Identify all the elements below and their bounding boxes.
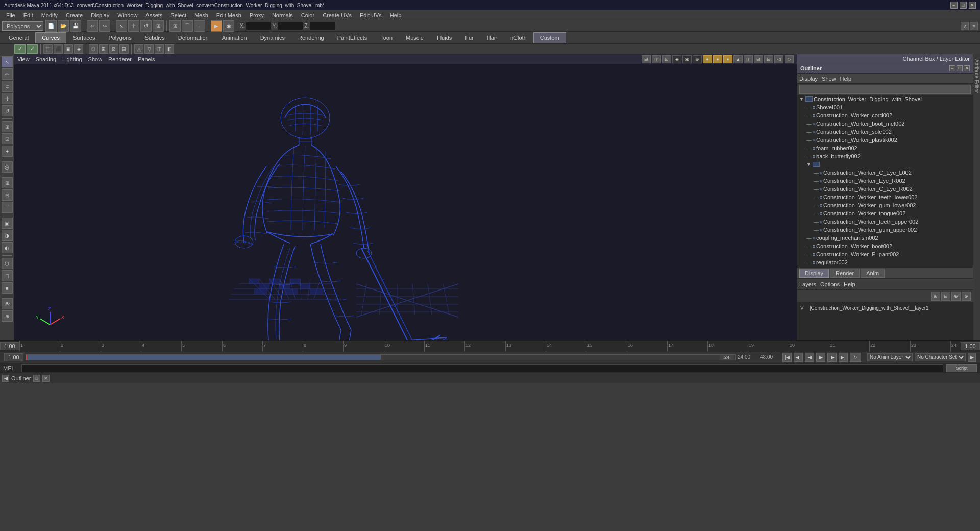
menu-proxy[interactable]: Proxy: [246, 11, 268, 19]
outliner-bottom-btn-2[interactable]: □: [33, 375, 40, 382]
tab-ncloth[interactable]: nCloth: [504, 32, 533, 43]
anim-layer-select[interactable]: No Anim Layer: [867, 353, 913, 361]
new-file-btn[interactable]: 📄: [45, 20, 57, 32]
tb-4[interactable]: ◈: [74, 44, 83, 54]
mode-selector[interactable]: Polygons Animation Rendering Dynamics: [2, 21, 43, 31]
vp-icon-3[interactable]: ⊡: [662, 55, 671, 63]
menu-edit[interactable]: Edit: [19, 11, 37, 19]
step-fwd-btn[interactable]: |▶: [827, 353, 837, 362]
viewport-3d[interactable]: X Y Z: [14, 64, 797, 340]
render-btn[interactable]: ▶: [211, 20, 222, 32]
vp-icon-4[interactable]: ◈: [672, 55, 681, 63]
close-button[interactable]: ✕: [969, 2, 976, 9]
tab-animation[interactable]: Animation: [215, 32, 254, 43]
outliner-minimize[interactable]: –: [949, 65, 955, 71]
go-end-btn[interactable]: ▶|: [839, 353, 848, 362]
tb-7[interactable]: ⊠: [109, 44, 118, 54]
outliner-maximize[interactable]: □: [957, 65, 963, 71]
frame-end-input[interactable]: [961, 342, 980, 350]
paint-tool[interactable]: ✏: [2, 68, 13, 80]
vp-icon-10[interactable]: ▲: [733, 55, 743, 63]
vp-icon-9[interactable]: ●: [723, 55, 732, 63]
vp-lighting[interactable]: Lighting: [62, 56, 82, 62]
tab-curves[interactable]: Curves: [35, 32, 66, 43]
frame-start-input[interactable]: [0, 342, 19, 350]
vp-show[interactable]: Show: [88, 56, 103, 62]
tb-2[interactable]: ⬛: [54, 44, 63, 54]
go-start-btn[interactable]: |◀: [782, 353, 792, 362]
outliner-search-input[interactable]: [799, 85, 971, 94]
script-btn[interactable]: Script: [946, 364, 977, 372]
menu-normals[interactable]: Normals: [268, 11, 297, 19]
select-tool[interactable]: ↖: [2, 56, 13, 67]
snap-grid-btn[interactable]: ⊞: [169, 20, 181, 32]
tree-item[interactable]: —oregulator002: [797, 258, 973, 267]
menu-create-uvs[interactable]: Create UVs: [318, 11, 356, 19]
outliner-menu-display[interactable]: Display: [799, 76, 818, 82]
loop-btn[interactable]: ↻: [850, 353, 861, 362]
layer-menu-layers[interactable]: Layers: [799, 281, 816, 287]
outliner-menu-show[interactable]: Show: [822, 76, 836, 82]
range-display[interactable]: [720, 355, 734, 360]
tree-item[interactable]: —oConstruction_Worker_teeth_lower002: [797, 193, 973, 201]
tab-subdivs[interactable]: Subdivs: [138, 32, 172, 43]
tree-item[interactable]: —oConstruction_Worker_cord002: [797, 111, 973, 119]
tree-item[interactable]: —oConstruction_Worker_boot_met002: [797, 119, 973, 128]
y-coord-input[interactable]: [278, 22, 303, 30]
vp-icon-13[interactable]: ⊟: [764, 55, 773, 63]
tree-item[interactable]: —oConstruction_Worker_C_Eye_R002: [797, 185, 973, 193]
tab-fluids[interactable]: Fluids: [430, 32, 458, 43]
outliner-menu-help[interactable]: Help: [840, 76, 852, 82]
misc-btn[interactable]: ⊕: [2, 310, 13, 322]
char-set-select[interactable]: No Character Set: [915, 353, 966, 361]
rotate-tool-left[interactable]: ↺: [2, 105, 13, 116]
tree-item[interactable]: —oConstruction_Worker_teeth_upper002: [797, 218, 973, 226]
step-back-btn[interactable]: ◀|: [794, 353, 803, 362]
menu-assets[interactable]: Assets: [141, 11, 166, 19]
tab-deformation[interactable]: Deformation: [172, 32, 215, 43]
layer-tool-4[interactable]: ⊗: [962, 292, 971, 301]
lasso-tool[interactable]: ⊂: [2, 81, 13, 92]
tb-6[interactable]: ⊞: [99, 44, 108, 54]
vp-icon-2[interactable]: ◫: [652, 55, 661, 63]
tab-dynamics[interactable]: Dynamics: [254, 32, 291, 43]
menu-window[interactable]: Window: [113, 11, 141, 19]
ch-tab-display[interactable]: Display: [799, 269, 829, 278]
render-region[interactable]: ▣: [2, 218, 13, 229]
timeline-ruler[interactable]: 123456789101112131415161718192021222324: [19, 341, 961, 352]
move-tool-left[interactable]: ✛: [2, 93, 13, 104]
panel-btn[interactable]: ≡: [970, 22, 978, 30]
tab-fur[interactable]: Fur: [458, 32, 480, 43]
tab-surfaces[interactable]: Surfaces: [66, 32, 102, 43]
save-file-btn[interactable]: 💾: [70, 20, 81, 32]
help-btn[interactable]: ?: [961, 22, 969, 30]
menu-modify[interactable]: Modify: [37, 11, 62, 19]
vp-renderer[interactable]: Renderer: [108, 56, 132, 62]
layer-menu-options[interactable]: Options: [820, 281, 840, 287]
tree-item[interactable]: —oConstruction_Worker_plastik002: [797, 136, 973, 144]
attr-editor-side-tab[interactable]: Attribute Editor: [973, 54, 980, 340]
tree-item[interactable]: —oConstruction_Worker_sole002: [797, 128, 973, 136]
tab-painteffects[interactable]: PaintEffects: [331, 32, 374, 43]
tree-item[interactable]: —oShovel001: [797, 103, 973, 111]
tab-general[interactable]: General: [2, 32, 35, 43]
tree-item[interactable]: —oConstruction_Worker_boot002: [797, 242, 973, 250]
vp-icon-12[interactable]: ⊞: [754, 55, 763, 63]
command-input[interactable]: [21, 364, 943, 372]
tree-item[interactable]: —oConstruction_Worker_Eye_R002: [797, 177, 973, 185]
vp-panels[interactable]: Panels: [138, 56, 155, 62]
layer-visibility[interactable]: V: [800, 305, 807, 311]
display-btn[interactable]: ⊞: [2, 177, 13, 188]
snap-point-btn[interactable]: ·: [194, 20, 205, 32]
tb-10[interactable]: ▽: [144, 44, 154, 54]
tree-item[interactable]: —oConstruction_Worker_P_pant002: [797, 250, 973, 258]
soft-sel[interactable]: ◎: [2, 161, 13, 173]
play-btn[interactable]: ▶: [816, 353, 825, 362]
vp-icon-15[interactable]: ▷: [785, 55, 794, 63]
tree-item[interactable]: —oback_butterfly002: [797, 152, 973, 160]
menu-display[interactable]: Display: [87, 11, 113, 19]
layer-tool-3[interactable]: ⊕: [951, 292, 961, 301]
tree-item[interactable]: —ofoam_rubber002: [797, 144, 973, 152]
current-frame-input[interactable]: [4, 353, 23, 361]
vp-icon-14[interactable]: ◁: [774, 55, 783, 63]
